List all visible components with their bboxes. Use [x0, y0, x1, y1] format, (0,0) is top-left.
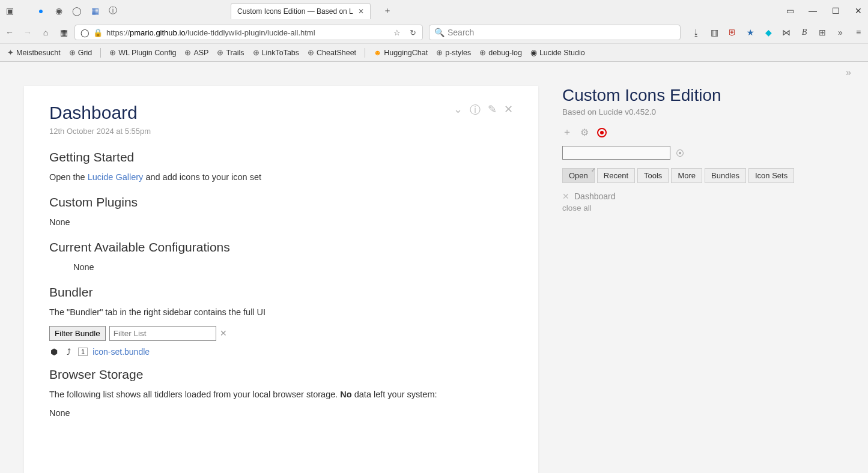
- close-window-icon[interactable]: ✕: [854, 6, 863, 16]
- storage-text: The following list shows all tiddlers lo…: [49, 388, 513, 402]
- tab-title: Custom Icons Edition — Based on L: [237, 7, 353, 16]
- reload-icon[interactable]: ↻: [408, 28, 417, 37]
- tiddler-title[interactable]: Dashboard: [49, 103, 513, 123]
- app-icon[interactable]: ▦: [90, 6, 100, 16]
- filter-bundle-button[interactable]: Filter Bundle: [49, 326, 106, 341]
- diamond-icon[interactable]: ◆: [763, 28, 773, 37]
- bundle-count: 1: [78, 348, 88, 356]
- menu-icon[interactable]: ≡: [854, 28, 863, 37]
- bookmark-item[interactable]: ⊕ASP: [184, 48, 208, 57]
- open-item-label: Dashboard: [574, 191, 616, 201]
- bookmark-item[interactable]: ⊕LinkToTabs: [253, 48, 300, 57]
- site-title[interactable]: Custom Icons Edition: [562, 86, 850, 105]
- clear-filter-icon[interactable]: ✕: [220, 328, 227, 338]
- bookmark-item[interactable]: ☻HuggingChat: [374, 49, 428, 57]
- filter-list-input[interactable]: [109, 326, 216, 341]
- heading-custom-plugins: Custom Plugins: [49, 195, 513, 209]
- bookmark-item[interactable]: ⊕Grid: [69, 48, 93, 57]
- shield-icon[interactable]: ◯: [80, 28, 90, 37]
- heading-storage: Browser Storage: [49, 367, 513, 382]
- custom-plugins-value: None: [49, 215, 513, 229]
- tiddler-date: 12th October 2024 at 5:55pm: [49, 125, 513, 138]
- tab-open[interactable]: Open⤢: [562, 168, 595, 183]
- close-item-icon[interactable]: ✕: [562, 191, 569, 201]
- sidebar-toggle-icon[interactable]: ▣: [5, 6, 14, 16]
- bookmarks-bar: ✦Meistbesucht ⊕Grid ⊕WL Plugin Config ⊕A…: [0, 43, 868, 61]
- getting-started-text: Open the Lucide Gallery and add icons to…: [49, 170, 513, 184]
- info-icon[interactable]: ⓘ: [108, 6, 118, 16]
- apps-icon[interactable]: ▦: [59, 28, 68, 37]
- story-river: ⌄ ⓘ ✎ ✕ Dashboard 12th October 2024 at 5…: [24, 86, 538, 473]
- search-placeholder: Search: [448, 28, 474, 37]
- search-box[interactable]: 🔍 Search: [429, 25, 681, 40]
- maximize-icon[interactable]: ☐: [831, 6, 840, 16]
- search-icon: 🔍: [434, 28, 444, 37]
- minimize-icon[interactable]: —: [808, 6, 818, 16]
- advanced-search-icon[interactable]: ⦿: [675, 148, 685, 158]
- github-icon[interactable]: ◯: [72, 6, 82, 16]
- open-list-item[interactable]: ✕ Dashboard: [562, 191, 850, 201]
- close-icon[interactable]: ✕: [504, 103, 513, 117]
- tab-close-icon[interactable]: ✕: [358, 7, 364, 16]
- new-tiddler-icon[interactable]: ＋: [562, 126, 572, 139]
- bookmark-item[interactable]: ◉Lucide Studio: [530, 48, 585, 57]
- bookmark-item[interactable]: ⊕p-styles: [436, 48, 471, 57]
- heading-configs: Current Available Configurations: [49, 240, 513, 255]
- bundle-link[interactable]: icon-set.bundle: [93, 347, 150, 357]
- settings-icon[interactable]: ⚙: [580, 127, 589, 138]
- collapse-sidebar-icon[interactable]: »: [846, 67, 851, 78]
- tab-tools[interactable]: Tools: [637, 168, 669, 183]
- heading-getting-started: Getting Started: [49, 150, 513, 164]
- bookmark-item[interactable]: ⊕CheatSheet: [308, 48, 356, 57]
- back-icon[interactable]: ←: [5, 28, 14, 37]
- sidebar-tabs: Open⤢ Recent Tools More Bundles Icon Set…: [562, 168, 850, 183]
- panel-icon[interactable]: ▭: [785, 6, 795, 16]
- tab-iconsets[interactable]: Icon Sets: [748, 168, 794, 183]
- close-all-link[interactable]: close all: [562, 203, 850, 212]
- download-icon[interactable]: ⭳: [691, 28, 701, 37]
- tab-more[interactable]: More: [671, 168, 702, 183]
- circle-icon[interactable]: ◉: [54, 6, 64, 16]
- new-tab-icon[interactable]: ＋: [383, 6, 392, 16]
- bookmark-star-icon[interactable]: ☆: [392, 28, 402, 37]
- b-icon[interactable]: B: [800, 28, 809, 37]
- star-ext-icon[interactable]: ★: [745, 28, 755, 37]
- edit-icon[interactable]: ✎: [488, 103, 497, 117]
- lucide-gallery-link[interactable]: Lucide Gallery: [88, 172, 144, 182]
- puzzle-icon[interactable]: ⊞: [818, 28, 827, 37]
- tab-bundles[interactable]: Bundles: [705, 168, 746, 183]
- ublock-icon[interactable]: ⛨: [727, 28, 737, 37]
- forward-icon: →: [23, 28, 32, 37]
- heading-bundler: Bundler: [49, 285, 513, 300]
- info-icon[interactable]: ⓘ: [470, 103, 481, 117]
- address-bar[interactable]: ◯ 🔒 https://pmario.github.io/lucide-tidd…: [74, 25, 423, 40]
- bow-icon[interactable]: ⋈: [782, 28, 791, 37]
- home-icon[interactable]: ⌂: [41, 28, 50, 37]
- configs-value: None: [73, 261, 513, 274]
- reader-icon[interactable]: ▥: [709, 28, 719, 37]
- bookmark-item[interactable]: ⊕WL Plugin Config: [109, 48, 176, 57]
- browser-tab[interactable]: Custom Icons Edition — Based on L ✕: [231, 3, 371, 19]
- bookmark-item[interactable]: ⊕Trails: [217, 48, 244, 57]
- sidebar: Custom Icons Edition Based on Lucide v0.…: [538, 62, 868, 473]
- bookmark-item[interactable]: ✦Meistbesucht: [7, 48, 61, 57]
- storage-value: None: [49, 406, 513, 420]
- tab-recent[interactable]: Recent: [597, 168, 635, 183]
- upload-icon[interactable]: ⤴: [64, 347, 73, 357]
- lock-icon[interactable]: 🔒: [93, 28, 103, 37]
- bookmark-item[interactable]: ⊕debug-log: [479, 48, 522, 57]
- site-subtitle: Based on Lucide v0.452.0: [562, 107, 850, 116]
- bundler-text: The "Bundler" tab in the right sidebar c…: [49, 306, 513, 319]
- firefox-icon[interactable]: ●: [36, 6, 46, 16]
- sidebar-search-input[interactable]: [562, 146, 670, 160]
- chevrons-icon[interactable]: »: [836, 28, 845, 37]
- record-icon[interactable]: [597, 128, 607, 137]
- hex-icon[interactable]: ⬢: [49, 347, 59, 357]
- chevron-down-icon[interactable]: ⌄: [454, 103, 463, 117]
